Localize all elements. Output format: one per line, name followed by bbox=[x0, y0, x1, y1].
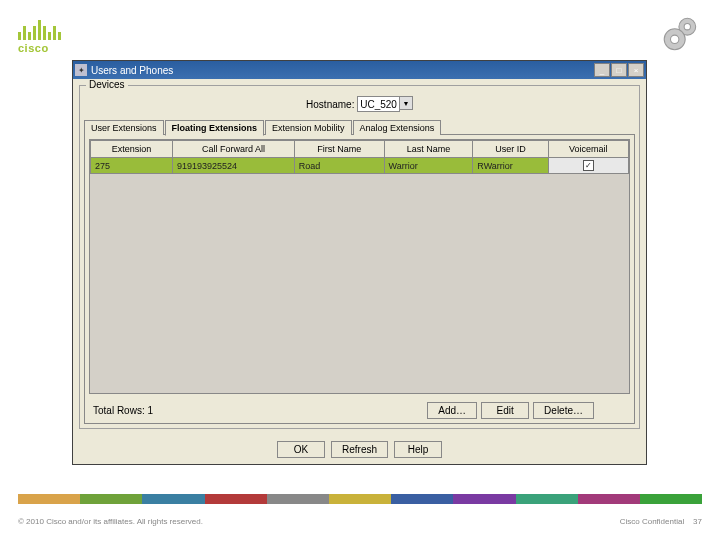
footer-stripe bbox=[18, 494, 702, 504]
col-voicemail[interactable]: Voicemail bbox=[548, 141, 628, 158]
dialog-buttons: OK Refresh Help bbox=[73, 435, 646, 464]
cell-first[interactable]: Road bbox=[294, 158, 384, 174]
titlebar: ✦ Users and Phones _ □ × bbox=[73, 61, 646, 79]
edit-button[interactable]: Edit bbox=[481, 402, 529, 419]
cell-cfa[interactable]: 919193925524 bbox=[173, 158, 295, 174]
voicemail-checkbox[interactable]: ✓ bbox=[583, 160, 594, 171]
table-row[interactable]: 275 919193925524 Road Warrior RWarrior ✓ bbox=[91, 158, 629, 174]
chevron-down-icon[interactable]: ▼ bbox=[399, 96, 413, 110]
hostname-label: Hostname: bbox=[306, 99, 354, 110]
tab-panel: Extension Call Forward All First Name La… bbox=[84, 134, 635, 424]
close-button[interactable]: × bbox=[628, 63, 644, 77]
app-window: ✦ Users and Phones _ □ × Devices Hostnam… bbox=[72, 60, 647, 465]
svg-point-3 bbox=[671, 35, 679, 43]
tab-analog-extensions[interactable]: Analog Extensions bbox=[353, 120, 442, 135]
col-extension[interactable]: Extension bbox=[91, 141, 173, 158]
slide-footer: © 2010 Cisco and/or its affiliates. All … bbox=[18, 517, 702, 526]
gear-icon bbox=[660, 12, 702, 54]
table-header-row: Extension Call Forward All First Name La… bbox=[91, 141, 629, 158]
tab-floating-extensions[interactable]: Floating Extensions bbox=[165, 120, 265, 136]
cell-extension[interactable]: 275 bbox=[91, 158, 173, 174]
app-icon: ✦ bbox=[75, 64, 87, 76]
cell-userid[interactable]: RWarrior bbox=[473, 158, 548, 174]
refresh-button[interactable]: Refresh bbox=[331, 441, 388, 458]
cell-voicemail[interactable]: ✓ bbox=[548, 158, 628, 174]
col-cfa[interactable]: Call Forward All bbox=[173, 141, 295, 158]
ok-button[interactable]: OK bbox=[277, 441, 325, 458]
confidential-text: Cisco Confidential bbox=[620, 517, 684, 526]
page-number: 37 bbox=[693, 517, 702, 526]
copyright-text: © 2010 Cisco and/or its affiliates. All … bbox=[18, 517, 203, 526]
col-last-name[interactable]: Last Name bbox=[384, 141, 473, 158]
help-button[interactable]: Help bbox=[394, 441, 442, 458]
add-button[interactable]: Add… bbox=[427, 402, 477, 419]
hostname-value: UC_520 bbox=[360, 99, 397, 110]
svg-point-1 bbox=[684, 24, 690, 30]
cisco-logo-bars bbox=[18, 18, 61, 40]
hostname-row: Hostname: UC_520 ▼ bbox=[84, 96, 635, 112]
devices-fieldset: Devices Hostname: UC_520 ▼ User Extensio… bbox=[79, 85, 640, 429]
cisco-logo-text: cisco bbox=[18, 42, 61, 54]
maximize-button[interactable]: □ bbox=[611, 63, 627, 77]
tab-extension-mobility[interactable]: Extension Mobility bbox=[265, 120, 352, 135]
cell-last[interactable]: Warrior bbox=[384, 158, 473, 174]
extensions-table: Extension Call Forward All First Name La… bbox=[90, 140, 629, 174]
extensions-table-wrap: Extension Call Forward All First Name La… bbox=[89, 139, 630, 394]
minimize-button[interactable]: _ bbox=[594, 63, 610, 77]
total-rows-label: Total Rows: 1 bbox=[85, 399, 161, 422]
hostname-select[interactable]: UC_520 bbox=[357, 96, 400, 112]
tab-user-extensions[interactable]: User Extensions bbox=[84, 120, 164, 135]
delete-button[interactable]: Delete… bbox=[533, 402, 594, 419]
col-first-name[interactable]: First Name bbox=[294, 141, 384, 158]
fieldset-legend: Devices bbox=[86, 79, 128, 90]
window-title: Users and Phones bbox=[91, 65, 173, 76]
tabstrip: User Extensions Floating Extensions Exte… bbox=[84, 120, 635, 135]
col-user-id[interactable]: User ID bbox=[473, 141, 548, 158]
cisco-logo: cisco bbox=[18, 18, 61, 54]
